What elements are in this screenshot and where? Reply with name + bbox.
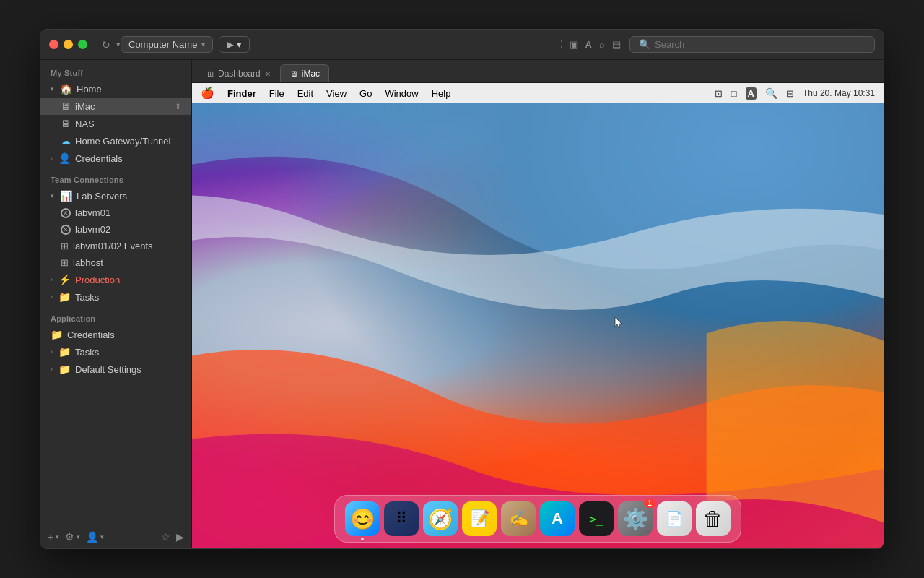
- production-icon: ⚡: [58, 274, 71, 285]
- dock-noteship[interactable]: ✍️: [501, 501, 536, 536]
- tab-dashboard[interactable]: ⊞ Dashboard ✕: [198, 64, 280, 82]
- help-menu[interactable]: Help: [432, 88, 451, 99]
- chevron-down-icon: ▾: [201, 40, 205, 48]
- home-label: Home: [77, 84, 102, 95]
- computer-name-dropdown[interactable]: Computer Name ▾: [121, 36, 213, 53]
- labhost-label: labhost: [73, 257, 103, 268]
- play-chevron-icon: ▾: [237, 39, 242, 50]
- play-button[interactable]: ▶ ▾: [219, 36, 250, 53]
- file-menu[interactable]: File: [269, 88, 284, 99]
- tab-icon-2: □: [731, 88, 737, 99]
- dock-finder[interactable]: 😊: [345, 501, 380, 536]
- apple-logo-icon[interactable]: 🍎: [201, 87, 214, 100]
- sidebar-item-default-settings[interactable]: › 📁 Default Settings: [40, 361, 191, 378]
- maximize-button[interactable]: [78, 40, 87, 49]
- upload-icon: ⬆: [175, 102, 181, 111]
- sidebar-item-app-tasks[interactable]: › 📁 Tasks: [40, 343, 191, 361]
- search-input[interactable]: [655, 39, 866, 50]
- menubar-right: ⊡ □ A 🔍 ⊟ Thu 20. May 10:31: [715, 87, 875, 100]
- dock-system-preferences[interactable]: ⚙️ 1: [618, 501, 653, 536]
- finder-dot: [361, 538, 364, 540]
- sidebar-item-app-credentials[interactable]: 📁 Credentials: [40, 326, 191, 343]
- imac-tab-label: iMac: [302, 69, 320, 79]
- run-button[interactable]: ▶: [176, 531, 184, 543]
- appstore-dock-icon: A: [552, 509, 563, 528]
- sidebar-item-labvm01[interactable]: ✕ labvm01: [40, 204, 191, 221]
- sidebar-item-labvm02[interactable]: ✕ labvm02: [40, 221, 191, 238]
- settings-icon: ⚙: [65, 531, 74, 543]
- display-icon[interactable]: ▤: [612, 39, 621, 50]
- search-menu-icon[interactable]: 🔍: [765, 87, 777, 99]
- font-icon[interactable]: A: [585, 39, 592, 50]
- sidebar-bottom-toolbar: + ▾ ⚙ ▾ 👤 ▾ ☆ ▶: [40, 525, 191, 548]
- home-icon: 🏠: [60, 83, 72, 95]
- sidebar-item-production[interactable]: › ⚡ Production: [40, 271, 191, 288]
- labvm01-label: labvm01: [75, 207, 110, 218]
- add-chevron-icon: ▾: [56, 533, 59, 540]
- credentials-icon: 👤: [58, 152, 71, 164]
- tab-icon-1: ⊡: [715, 88, 723, 99]
- window-icon[interactable]: ▣: [570, 39, 578, 50]
- default-settings-folder-icon: 📁: [58, 363, 71, 375]
- sidebar-item-credentials[interactable]: › 👤 Credentials: [40, 150, 191, 167]
- add-button[interactable]: + ▾: [48, 531, 59, 543]
- sidebar-item-labvm-events[interactable]: ⊞ labvm01/02 Events: [40, 238, 191, 254]
- star-button[interactable]: ☆: [161, 531, 170, 543]
- fullscreen-icon[interactable]: ⛶: [553, 39, 562, 50]
- sidebar-item-nas[interactable]: 🖥 NAS: [40, 115, 191, 132]
- go-menu[interactable]: Go: [359, 88, 372, 99]
- app-tasks-chevron-icon: ›: [51, 348, 53, 355]
- notes-dock-icon: 📝: [470, 509, 489, 528]
- add-icon: +: [48, 531, 53, 543]
- title-bar-controls: Computer Name ▾ ▶ ▾: [121, 36, 553, 53]
- app-tasks-label: Tasks: [75, 347, 99, 358]
- dock-terminal[interactable]: >_: [579, 501, 614, 536]
- sidebar-item-imac[interactable]: 🖥 iMac ⬆: [40, 98, 191, 115]
- close-button[interactable]: [49, 40, 58, 49]
- sidebar-item-labhost[interactable]: ⊞ labhost: [40, 254, 191, 271]
- view-menu[interactable]: View: [326, 88, 346, 99]
- title-center: ↻ ▾: [102, 39, 121, 51]
- settings-button[interactable]: ⚙ ▾: [65, 531, 80, 543]
- font-size-icon: A: [746, 87, 757, 100]
- production-label: Production: [75, 275, 120, 285]
- macos-menubar: 🍎 Finder File Edit View Go Window Help ⊡…: [192, 83, 884, 103]
- play-icon: ▶: [227, 39, 234, 50]
- labvm02-status-icon: ✕: [61, 225, 71, 235]
- sync-icon[interactable]: ↻: [102, 39, 110, 51]
- search-mag-icon[interactable]: ⌕: [599, 39, 605, 50]
- traffic-lights: [49, 40, 87, 49]
- imac-label: iMac: [75, 101, 95, 112]
- dashboard-tab-close[interactable]: ✕: [265, 70, 271, 78]
- dock-trash[interactable]: 🗑: [696, 501, 731, 536]
- app-tasks-folder-icon: 📁: [58, 346, 71, 358]
- dock-notes[interactable]: 📝: [462, 501, 497, 536]
- dock-appstore[interactable]: A: [540, 501, 575, 536]
- edit-menu[interactable]: Edit: [297, 88, 313, 99]
- finder-menu[interactable]: Finder: [227, 88, 256, 99]
- display-menu-icon[interactable]: ⊟: [786, 88, 794, 99]
- dock-launchpad[interactable]: ⠿: [384, 501, 419, 536]
- tasks-label: Tasks: [75, 292, 99, 303]
- window-menu[interactable]: Window: [385, 88, 418, 99]
- script-editor-dock-icon: 📄: [666, 510, 684, 527]
- minimize-button[interactable]: [64, 40, 73, 49]
- app-cred-folder-icon: 📁: [51, 329, 63, 340]
- sidebar-item-home[interactable]: ▾ 🏠 Home: [40, 80, 191, 98]
- user-button[interactable]: 👤 ▾: [86, 531, 104, 543]
- sidebar-item-lab-servers[interactable]: ▾ 📊 Lab Servers: [40, 187, 191, 204]
- trash-dock-icon: 🗑: [703, 507, 723, 531]
- tab-imac[interactable]: 🖥 iMac: [280, 64, 329, 82]
- labvm02-label: labvm02: [75, 224, 110, 235]
- sidebar-item-gateway[interactable]: ☁ Home Gateway/Tunnel: [40, 132, 191, 150]
- my-stuff-section-label: My Stuff: [40, 60, 191, 80]
- launchpad-dock-icon: ⠿: [396, 509, 407, 528]
- user-chevron-icon: ▾: [100, 533, 104, 540]
- macos-screen: 🍎 Finder File Edit View Go Window Help ⊡…: [192, 83, 884, 548]
- dock-script-editor[interactable]: 📄: [657, 501, 692, 536]
- nas-label: NAS: [75, 118, 95, 129]
- sidebar-item-tasks[interactable]: › 📁 Tasks: [40, 288, 191, 306]
- application-section-label: Application: [40, 306, 191, 326]
- lab-servers-label: Lab Servers: [77, 191, 127, 202]
- dock-safari[interactable]: 🧭: [423, 501, 458, 536]
